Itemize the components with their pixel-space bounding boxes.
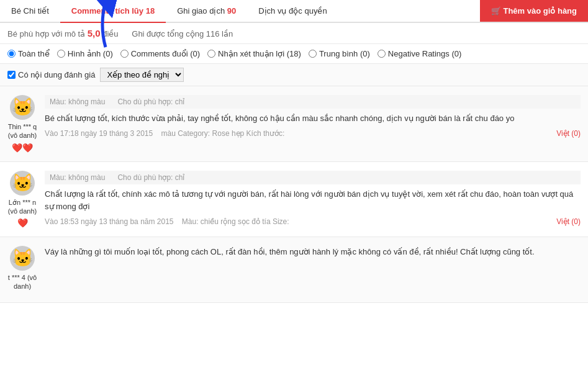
filter-comments-duoi[interactable]: Comments đuổi (0) — [120, 49, 200, 58]
filter-negative-radio[interactable] — [378, 50, 386, 58]
review-vote[interactable]: Việt (0) — [556, 217, 581, 226]
review-content: Váy là những gì tôi muốn loại tốt, phong… — [45, 246, 581, 294]
reviewer-hearts: ❤️❤️ — [12, 143, 33, 153]
filter-trung-binh-radio[interactable] — [309, 50, 317, 58]
reviewer-name: Lớn *** n (vô danh) — [7, 198, 37, 216]
filter-nhan-xet-thuan-loi[interactable]: Nhận xét thuận lợi (18) — [207, 49, 301, 58]
filter-hinh-anh-radio[interactable] — [57, 50, 65, 58]
reviewer-name: Thin *** q (vô danh) — [7, 122, 37, 140]
reviewer-name: t *** 4 (vô danh) — [7, 273, 37, 291]
review-text: Chất lượng là rất tốt, chính xác mô tả t… — [45, 188, 581, 214]
total-comments-text: Ghi được tổng cộng 116 lần — [132, 29, 233, 38]
review-meta: Màu: không màu Cho dù phù hợp: chỉ — [45, 95, 581, 109]
reviewer-hearts: ❤️ — [17, 218, 28, 228]
tab-comments-tich-luy[interactable]: Comments tích lũy 18 — [60, 0, 166, 23]
review-card: 🐱 Thin *** q (vô danh) ❤️❤️ Màu: không m… — [0, 86, 588, 162]
has-content-checkbox[interactable] — [7, 71, 16, 79]
review-color: Màu: không màu — [50, 97, 105, 106]
review-content: Màu: không màu Cho dù phù hợp: chỉ Chất … — [45, 171, 581, 228]
tab-be-chi-tiet[interactable]: Bé Chi tiết — [0, 0, 60, 22]
tabs-bar: Bé Chi tiết Comments tích lũy 18 Ghi gia… — [0, 0, 588, 23]
filter-negative[interactable]: Negative Ratings (0) — [378, 49, 462, 58]
review-color: Màu: không màu — [50, 173, 105, 182]
review-date-category: Vào 18:53 ngày 13 tháng ba năm 2015 Màu:… — [45, 217, 289, 226]
filter-trung-binh[interactable]: Trung bình (0) — [309, 49, 370, 58]
avatar: 🐱 — [10, 246, 35, 271]
tab-dich-vu-doc-quyen[interactable]: Dịch vụ độc quyền — [247, 0, 338, 22]
review-vote[interactable]: Việt (0) — [556, 129, 581, 138]
review-card: 🐱 t *** 4 (vô danh) Váy là những gì tôi … — [0, 237, 588, 303]
add-to-cart-button[interactable]: 🛒 Thêm vào giỏ hàng — [480, 0, 588, 22]
has-content-checkbox-label[interactable]: Có nội dung đánh giá — [7, 70, 95, 79]
summary-text: Bé phù hợp với mô tả 5,0 điều — [7, 29, 119, 38]
filter-toan-the[interactable]: Toàn thể — [7, 49, 50, 58]
sort-row: Có nội dung đánh giá Xếp theo đề nghịMới… — [0, 64, 588, 86]
avatar: 🐱 — [10, 171, 35, 196]
review-content: Màu: không màu Cho dù phù hợp: chỉ Bé ch… — [45, 95, 581, 153]
reviewer-avatar: 🐱 Lớn *** n (vô danh) ❤️ — [7, 171, 37, 228]
review-meta: Màu: không màu Cho dù phù hợp: chỉ — [45, 171, 581, 184]
review-card: 🐱 Lớn *** n (vô danh) ❤️ Màu: không màu … — [0, 162, 588, 238]
review-text: Váy là những gì tôi muốn loại tốt, phong… — [45, 246, 581, 259]
review-footer: Vào 18:53 ngày 13 tháng ba năm 2015 Màu:… — [45, 217, 581, 226]
filter-row: Toàn thể Hình ảnh (0) Comments đuổi (0) … — [0, 44, 588, 64]
filter-hinh-anh[interactable]: Hình ảnh (0) — [57, 49, 113, 58]
review-date-category: Vào 17:18 ngày 19 tháng 3 2015 màu Categ… — [45, 129, 284, 138]
reviewer-avatar: 🐱 t *** 4 (vô danh) — [7, 246, 37, 294]
review-fit: Cho dù phù hợp: chỉ — [117, 173, 184, 182]
rating-value: 5,0 — [88, 28, 101, 38]
reviewer-avatar: 🐱 Thin *** q (vô danh) ❤️❤️ — [7, 95, 37, 153]
review-text: Bé chất lượng tốt, kích thước vừa phải, … — [45, 112, 581, 125]
filter-nhan-xet-radio[interactable] — [207, 50, 215, 58]
filter-toan-the-radio[interactable] — [7, 50, 16, 58]
summary-bar: Bé phù hợp với mô tả 5,0 điều Ghi được t… — [0, 23, 588, 44]
avatar: 🐱 — [10, 95, 35, 120]
sort-select[interactable]: Xếp theo đề nghịMới nhấtCũ nhất — [100, 68, 184, 82]
tab-ghi-giao-dich[interactable]: Ghi giao dịch 90 — [166, 0, 247, 22]
filter-comments-duoi-radio[interactable] — [120, 50, 129, 58]
review-fit: Cho dù phù hợp: chỉ — [117, 97, 184, 106]
review-footer: Vào 17:18 ngày 19 tháng 3 2015 màu Categ… — [45, 129, 581, 138]
